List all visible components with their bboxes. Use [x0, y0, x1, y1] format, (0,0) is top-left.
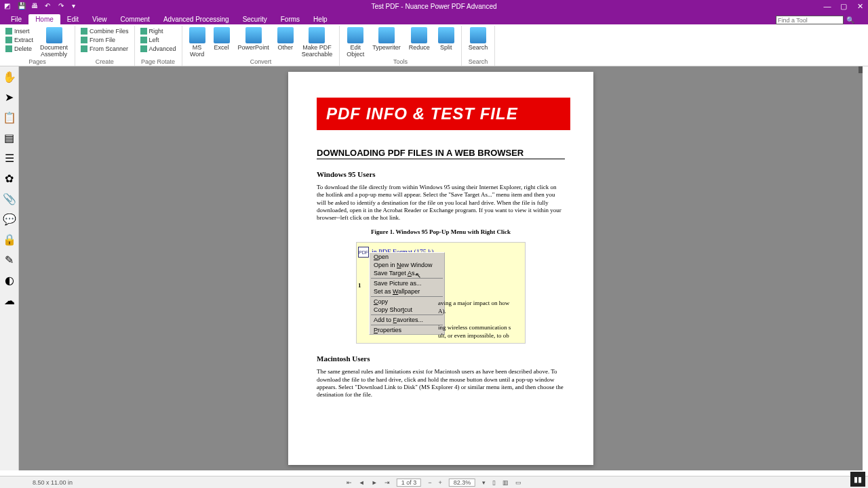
pdf-page: PDF INFO & TEST FILE DOWNLOADING PDF FIL…	[288, 72, 593, 465]
search-icon[interactable]: 🔍	[846, 16, 854, 24]
redo-icon[interactable]: ↷	[58, 2, 66, 10]
prev-page-icon[interactable]: ◄	[359, 479, 365, 486]
edit-object-button[interactable]: Edit Object	[344, 27, 367, 58]
bookmarks-icon[interactable]: ☰	[3, 152, 16, 164]
hand-tool-icon[interactable]: ✋	[3, 70, 16, 83]
first-page-icon[interactable]: ⇤	[347, 479, 352, 486]
magnify-icon	[470, 27, 486, 43]
group-label-convert: Convert	[186, 58, 336, 66]
excel-button[interactable]: Excel	[211, 27, 233, 52]
minimize-button[interactable]: —	[819, 0, 835, 12]
split-button[interactable]: Split	[435, 27, 457, 52]
from-scanner-button[interactable]: From Scanner	[79, 45, 130, 53]
last-page-icon[interactable]: ⇥	[384, 479, 390, 486]
insert-button[interactable]: Insert	[4, 27, 35, 35]
view-single-icon[interactable]: ▯	[492, 479, 496, 486]
file-icon	[81, 37, 87, 43]
page-dimensions: 8.50 x 11.00 in	[33, 479, 73, 486]
save-icon[interactable]: 💾	[18, 2, 26, 10]
figure-caption: Figure 1. Windows 95 Pop-Up Menu with Ri…	[317, 228, 565, 235]
from-file-button[interactable]: From File	[79, 36, 130, 44]
win-heading: Windows 95 Users	[317, 170, 565, 178]
reduce-button[interactable]: Reduce	[406, 27, 433, 52]
comments-icon[interactable]: 💬	[3, 213, 16, 225]
excel-icon	[214, 27, 230, 43]
reduce-icon	[411, 27, 427, 43]
pause-button[interactable]: ▮▮	[850, 472, 865, 487]
document-area[interactable]: PDF INFO & TEST FILE DOWNLOADING PDF FIL…	[19, 66, 863, 470]
close-button[interactable]: ✕	[852, 0, 868, 12]
tag-icon[interactable]: ◐	[3, 274, 16, 286]
menu-comment[interactable]: Comment	[114, 14, 157, 24]
menu-edit[interactable]: Edit	[60, 14, 85, 24]
statusbar: 8.50 x 11.00 in ⇤ ◄ ► ⇥ 1 of 3 − + 82.3%…	[0, 476, 868, 488]
dropdown-icon[interactable]: ▾	[72, 2, 80, 10]
embed-t2: A).	[438, 308, 446, 314]
arrow-tool-icon[interactable]: ➤	[3, 91, 16, 103]
menu-advanced[interactable]: Advanced Processing	[157, 14, 236, 24]
other-icon	[277, 27, 294, 43]
advanced-icon	[140, 45, 147, 52]
undo-icon[interactable]: ↶	[45, 2, 53, 10]
search-button[interactable]: Search	[466, 27, 491, 52]
ribbon-group-pages: Insert Extract Delete Document Assembly …	[0, 26, 75, 66]
ctx-properties: Properties	[370, 326, 444, 334]
rotate-advanced-button[interactable]: Advanced	[139, 45, 178, 53]
view-facing-icon[interactable]: ▭	[515, 479, 521, 486]
stamp-icon[interactable]: ✿	[3, 172, 16, 184]
rotate-left-button[interactable]: Left	[139, 36, 178, 44]
menu-view[interactable]: View	[85, 14, 114, 24]
view-continuous-icon[interactable]: ▥	[502, 479, 509, 486]
signature-icon[interactable]: ✎	[3, 253, 16, 266]
next-page-icon[interactable]: ►	[372, 479, 378, 486]
menu-security[interactable]: Security	[236, 14, 274, 24]
attachment-icon[interactable]: 📎	[3, 192, 16, 205]
searchable-button[interactable]: Make PDF Searchable	[299, 27, 336, 58]
clipboard-icon[interactable]: 📋	[3, 111, 16, 123]
scrollbar-handle[interactable]	[859, 66, 863, 73]
win-paragraph: To download the file directly from withi…	[317, 184, 565, 222]
assembly-icon	[46, 27, 62, 43]
typewriter-button[interactable]: Typewriter	[370, 27, 403, 52]
quick-access: ◩ 💾 🖶 ↶ ↷ ▾	[0, 2, 80, 10]
rotate-left-icon	[140, 37, 147, 43]
zoom-level[interactable]: 82.3%	[449, 479, 476, 487]
ctx-copy-shortcut: Copy Shortcut	[370, 306, 444, 314]
delete-button[interactable]: Delete	[4, 45, 35, 53]
edit-icon	[347, 27, 363, 43]
side-panel: ✋ ➤ 📋 ▤ ☰ ✿ 📎 💬 🔒 ✎ ◐ ☁	[0, 66, 19, 470]
zoom-dropdown-icon[interactable]: ▾	[482, 479, 486, 486]
delete-icon	[5, 45, 12, 52]
word-button[interactable]: MS Word	[186, 27, 208, 58]
zoom-in-icon[interactable]: +	[438, 479, 441, 486]
split-icon	[438, 27, 454, 43]
menu-help[interactable]: Help	[307, 14, 334, 24]
rotate-right-button[interactable]: Right	[139, 27, 178, 35]
menu-home[interactable]: Home	[28, 14, 60, 24]
embed-t4: ult, or even impossible, to ob	[438, 332, 509, 339]
menu-forms[interactable]: Forms	[274, 14, 307, 24]
find-tool-input[interactable]	[776, 16, 844, 24]
group-label-rotate: Page Rotate	[139, 58, 178, 66]
combine-button[interactable]: Combine Files	[79, 27, 130, 35]
lock-icon[interactable]: 🔒	[3, 233, 16, 245]
document-assembly-button[interactable]: Document Assembly	[37, 27, 71, 58]
powerpoint-button[interactable]: PowerPoint	[235, 27, 272, 52]
pages-panel-icon[interactable]: ▤	[3, 131, 16, 144]
cloud-icon[interactable]: ☁	[3, 294, 16, 306]
rotate-right-icon	[140, 28, 147, 35]
extract-button[interactable]: Extract	[4, 36, 35, 44]
page-nav: ⇤ ◄ ► ⇥ 1 of 3 − + 82.3% ▾ ▯ ▥ ▭	[347, 479, 521, 487]
maximize-button[interactable]: ▢	[835, 0, 852, 12]
zoom-out-icon[interactable]: −	[428, 479, 431, 486]
ribbon-group-create: Combine Files From File From Scanner Cre…	[75, 26, 135, 66]
other-button[interactable]: Other	[275, 27, 296, 52]
print-icon[interactable]: 🖶	[31, 2, 39, 10]
titlebar: ◩ 💾 🖶 ↶ ↷ ▾ Test PDF - Nuance Power PDF …	[0, 0, 868, 12]
app-icon: ◩	[4, 2, 12, 10]
embed-t3: ing wireless communication s	[438, 324, 511, 331]
menu-file[interactable]: File	[4, 14, 28, 24]
ctx-wallpaper: Set as Wallpaper	[370, 287, 444, 296]
window-title: Test PDF - Nuance Power PDF Advanced	[371, 3, 496, 10]
ctx-favorites: Add to Favorites...	[370, 316, 444, 324]
